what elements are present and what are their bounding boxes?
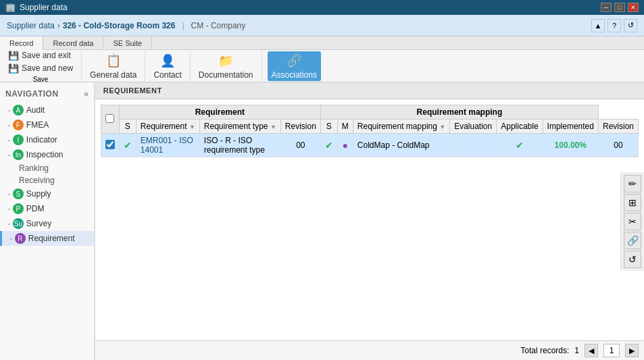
select-all-checkbox[interactable] [105,114,114,123]
col-requirement: Requirement ▼ [136,120,199,134]
audit-label: Audit [26,105,45,115]
ranking-label: Ranking [19,163,49,173]
save-new-button[interactable]: 💾 Save and new [5,62,76,74]
row-requirement-cell: EMR001 - ISO 14001 [136,134,199,157]
nav-bullet: • [8,191,10,197]
col-implemented: Implemented [543,120,598,134]
table-column-header-row: S Requirement ▼ Requirement type ▼ Revis… [101,120,638,134]
requirement-mapping-group-header: Requirement mapping [320,105,598,120]
page-number: 1 [603,344,620,357]
breadcrumb-parent[interactable]: Supplier data [7,21,55,30]
row-m-cell: ● [337,134,353,157]
refresh-action-button[interactable]: ↺ [624,251,641,268]
breadcrumb-up-button[interactable]: ▲ [591,19,605,32]
edit-action-button[interactable]: ✏ [624,175,641,192]
page-next-button[interactable]: ▶ [625,344,639,357]
tab-se-suite[interactable]: SE Suite [103,36,152,49]
breadcrumb-sub: CM - Company [191,21,246,30]
row-revision-cell: 00 [280,134,320,157]
breadcrumb-help-button[interactable]: ? [608,19,621,32]
sidebar-item-receiving[interactable]: Receiving [0,174,94,186]
sidebar-item-ranking[interactable]: Ranking [0,162,94,174]
main-layout: NAVIGATION « • A Audit • F FMEA • I Indi… [0,82,644,360]
col-revision: Revision [280,120,320,134]
breadcrumb-separator: › [57,21,60,30]
sidebar-item-audit[interactable]: • A Audit [0,103,94,118]
contact-button[interactable]: 👤 Contact [151,51,184,81]
nav-bullet: • [8,107,10,113]
documentation-icon: 📁 [218,53,234,69]
content-area: REQUIREMENT Requirement Requirement mapp… [95,82,644,360]
indicator-icon: I [13,134,24,145]
save-exit-button[interactable]: 💾 Save and exit [5,49,76,61]
nav-bullet: • [8,152,10,158]
col-s: S [119,120,136,134]
nav-bullet: • [8,137,10,143]
audit-icon: A [13,105,24,115]
receiving-label: Receiving [19,176,55,185]
sidebar-collapse-button[interactable]: « [84,89,89,99]
survey-icon: Su [13,218,24,229]
maximize-button[interactable]: □ [614,3,625,12]
app-icon: 🏢 [5,3,16,12]
breadcrumb-refresh-button[interactable]: ↺ [624,19,637,32]
sidebar-item-pdm[interactable]: • P PDM [0,201,94,216]
toolbar: Record Record data SE Suite 💾 Save and e… [0,36,644,82]
survey-label: Survey [26,219,51,228]
fmea-icon: F [13,120,24,130]
checkbox-header [101,105,119,134]
row-s2-cell: ✔ [320,134,337,157]
pdm-label: PDM [26,204,45,213]
save-exit-icon: 💾 [8,50,19,61]
documentation-button[interactable]: 📁 Documentation [196,51,256,81]
sidebar-item-fmea[interactable]: • F FMEA [0,118,94,132]
table-footer: Total records: 1 ◀ 1 ▶ [95,340,644,360]
row-status-cell: ✔ [119,134,136,157]
col-requirement-mapping: Requirement mapping ▼ [353,120,449,134]
breadcrumb-current: 326 - Cold-Storage Room 326 [63,21,176,30]
col-revision-mapping: Revision [598,120,638,134]
contact-icon: 👤 [159,53,176,69]
sidebar-item-survey[interactable]: • Su Survey [0,216,94,231]
minimize-button[interactable]: ─ [601,3,612,12]
sidebar-item-indicator[interactable]: • I Indicator [0,132,94,147]
general-data-icon: 📋 [105,53,122,69]
sidebar-item-inspection[interactable]: • In Inspection [0,147,94,162]
cut-action-button[interactable]: ✂ [624,213,641,230]
contact-group: 👤 Contact [151,51,190,81]
row-applicable-icon: ✔ [516,140,524,151]
breadcrumb-nav: ▲ ? ↺ [591,19,637,32]
fmea-label: FMEA [26,120,49,130]
link-action-button[interactable]: 🔗 [624,232,641,249]
sidebar-item-supply[interactable]: • S Supply [0,186,94,201]
app-title: 🏢 Supplier data [5,3,68,12]
row-status-icon: ✔ [124,140,132,151]
table-row[interactable]: ✔ EMR001 - ISO 14001 ISO - R - ISO requi… [101,134,638,157]
supply-icon: S [13,188,24,199]
col-m: M [337,120,353,134]
general-data-button[interactable]: 📋 General data [87,51,139,81]
sidebar-item-requirement[interactable]: • R Requirement [0,231,94,246]
inspection-icon: In [13,149,24,160]
row-rev-mapping-cell: 00 [598,134,638,157]
inspection-label: Inspection [26,150,64,159]
tab-record-data[interactable]: Record data [43,36,103,49]
save-new-icon: 💾 [8,63,19,74]
associations-group: 🔗 Associations [268,51,326,81]
indicator-label: Indicator [26,135,57,145]
requirement-table: Requirement Requirement mapping S Requir… [101,105,639,157]
window-controls: ─ □ ✕ [601,3,639,12]
col-requirement-type: Requirement type ▼ [199,120,280,134]
content-section-title: REQUIREMENT [95,82,644,99]
close-button[interactable]: ✕ [628,3,639,12]
page-prev-button[interactable]: ◀ [585,344,598,357]
breadcrumb: Supplier data › 326 - Cold-Storage Room … [0,15,644,36]
requirement-table-container: Requirement Requirement mapping S Requir… [95,99,644,340]
grid-action-button[interactable]: ⊞ [624,194,641,211]
row-checkbox[interactable] [105,140,115,149]
row-evaluation-cell [450,134,497,157]
associations-button[interactable]: 🔗 Associations [268,51,321,81]
row-requirement-type-cell: ISO - R - ISO requirement type [199,134,280,157]
tab-record[interactable]: Record [0,36,43,50]
total-records-label: Total records: [520,346,569,355]
